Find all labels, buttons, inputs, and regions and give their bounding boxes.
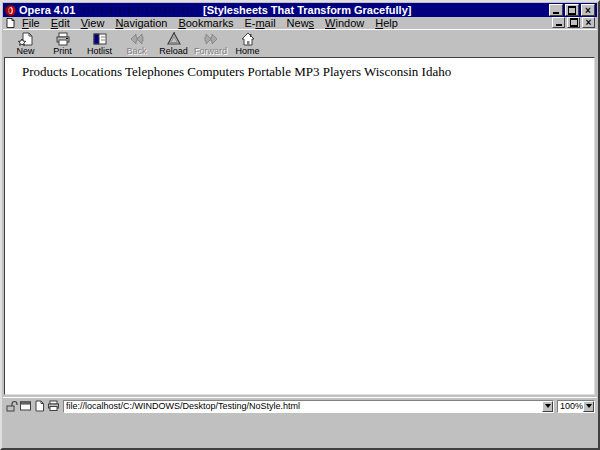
menu-navigation[interactable]: Navigation	[114, 17, 168, 29]
forward-icon	[203, 32, 219, 46]
app-title: Opera 4.01	[19, 4, 75, 16]
unstyled-nav-text: Products Locations Telephones Computers …	[5, 58, 594, 80]
address-combo: file://localhost/C:/WINDOWS/Desktop/Test…	[63, 400, 554, 413]
status-bar: file://localhost/C:/WINDOWS/Desktop/Test…	[3, 397, 597, 414]
minimize-icon	[556, 24, 562, 26]
print-icon	[55, 32, 71, 46]
reload-button[interactable]: Reload	[155, 32, 192, 58]
close-icon: ×	[586, 18, 592, 27]
child-restore-button[interactable]	[567, 17, 580, 28]
titlebar-faded-text	[83, 7, 193, 14]
child-minimize-button[interactable]	[552, 17, 565, 28]
chevron-down-icon	[545, 404, 551, 408]
zoom-level-value[interactable]: 100%	[558, 401, 583, 412]
minimize-icon	[553, 12, 559, 14]
forward-button[interactable]: Forward	[192, 32, 229, 58]
url-input[interactable]: file://localhost/C:/WINDOWS/Desktop/Test…	[64, 401, 542, 412]
home-button[interactable]: Home	[229, 32, 266, 58]
page-content: Products Locations Telephones Computers …	[4, 57, 595, 395]
child-close-button[interactable]: ×	[582, 17, 595, 28]
new-button[interactable]: New	[7, 32, 44, 58]
zoom-combo: 100%	[557, 400, 595, 413]
window-bottom-area	[3, 414, 597, 448]
menu-news[interactable]: News	[286, 17, 316, 29]
toolbar: New Print Hotlist Ba	[3, 29, 597, 57]
opera-logo-icon	[5, 5, 16, 16]
document-source-icon[interactable]	[33, 400, 46, 412]
menu-file[interactable]: File	[21, 17, 41, 29]
menu-help[interactable]: Help	[374, 17, 399, 29]
zoom-dropdown-button[interactable]	[583, 401, 594, 412]
back-icon	[129, 32, 145, 46]
restore-icon	[568, 7, 576, 14]
opera-browser-window: Opera 4.01 [Stylesheets That Transform G…	[0, 0, 600, 450]
minimize-button[interactable]	[549, 4, 563, 16]
home-icon	[240, 32, 256, 46]
menu-bar: File Edit View Navigation Bookmarks E-ma…	[3, 17, 597, 29]
menu-view[interactable]: View	[80, 17, 106, 29]
back-button[interactable]: Back	[118, 32, 155, 58]
reload-icon	[166, 32, 182, 46]
url-dropdown-button[interactable]	[542, 401, 553, 412]
title-bar: Opera 4.01 [Stylesheets That Transform G…	[3, 3, 597, 17]
document-window-icon	[6, 18, 15, 28]
new-page-icon	[18, 32, 34, 46]
menu-edit[interactable]: Edit	[50, 17, 71, 29]
hotlist-icon	[92, 32, 108, 46]
close-button[interactable]: ×	[581, 4, 595, 16]
window-mode-icon[interactable]	[19, 400, 32, 412]
chevron-down-icon	[586, 404, 592, 408]
hotlist-button[interactable]: Hotlist	[81, 32, 118, 58]
restore-button[interactable]	[565, 4, 579, 16]
page-title: [Stylesheets That Transform Gracefully]	[203, 4, 411, 16]
security-padlock-icon[interactable]	[5, 400, 18, 412]
restore-icon	[570, 19, 578, 26]
print-status-icon[interactable]	[47, 400, 60, 412]
menu-email[interactable]: E-mail	[243, 17, 276, 29]
close-icon: ×	[585, 6, 591, 15]
print-button[interactable]: Print	[44, 32, 81, 58]
menu-bookmarks[interactable]: Bookmarks	[177, 17, 234, 29]
menu-window[interactable]: Window	[324, 17, 365, 29]
